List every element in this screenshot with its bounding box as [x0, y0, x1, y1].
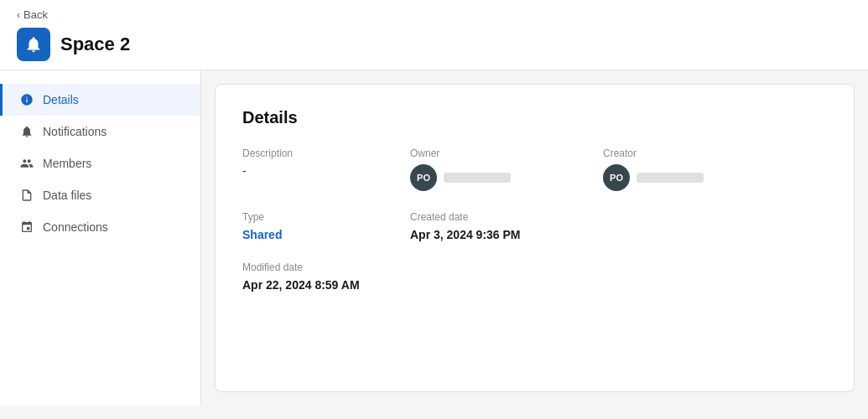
- type-value: Shared: [242, 228, 410, 241]
- top-bar: ‹ Back Space 2: [0, 0, 868, 70]
- sidebar: Details Notifications Members: [0, 70, 201, 406]
- description-label: Description: [242, 147, 410, 159]
- connections-icon: [19, 220, 34, 235]
- sidebar-label-data-files: Data files: [43, 189, 91, 202]
- sidebar-label-notifications: Notifications: [43, 125, 107, 138]
- back-chevron-icon: ‹: [17, 9, 20, 21]
- members-icon: [19, 156, 34, 171]
- creator-name-placeholder: [637, 173, 704, 183]
- owner-label: Owner: [410, 147, 603, 159]
- details-icon: [19, 92, 34, 107]
- content-area: Details Description - Owner PO Creator P…: [215, 84, 855, 392]
- modified-date-value: Apr 22, 2024 8:59 AM: [242, 278, 410, 292]
- space-title: Space 2: [60, 34, 130, 55]
- owner-row: PO: [410, 164, 603, 191]
- sidebar-label-members: Members: [43, 157, 91, 170]
- creator-row: PO: [603, 164, 796, 191]
- sidebar-item-data-files[interactable]: Data files: [0, 179, 200, 211]
- created-date-section: Created date Apr 3, 2024 9:36 PM: [410, 211, 603, 241]
- back-button[interactable]: ‹ Back: [17, 8, 851, 21]
- main-content: Details Notifications Members: [0, 70, 868, 406]
- space-header: Space 2: [17, 28, 851, 61]
- type-section: Type Shared: [242, 211, 410, 241]
- sidebar-item-notifications[interactable]: Notifications: [0, 116, 200, 147]
- owner-avatar: PO: [410, 164, 437, 191]
- description-value: -: [242, 164, 410, 178]
- details-grid: Description - Owner PO Creator PO: [242, 147, 827, 292]
- sidebar-label-connections: Connections: [43, 220, 108, 234]
- sidebar-item-details[interactable]: Details: [0, 84, 200, 116]
- description-section: Description -: [242, 147, 410, 191]
- creator-label: Creator: [603, 147, 796, 159]
- empty-cell: [603, 211, 796, 241]
- sidebar-item-members[interactable]: Members: [0, 147, 200, 179]
- created-date-value: Apr 3, 2024 9:36 PM: [410, 228, 603, 241]
- sidebar-item-connections[interactable]: Connections: [0, 211, 200, 243]
- sidebar-label-details: Details: [43, 93, 79, 106]
- back-label: Back: [23, 8, 48, 21]
- created-date-label: Created date: [410, 211, 603, 223]
- space-icon: [17, 28, 50, 61]
- owner-name-placeholder: [444, 173, 511, 183]
- owner-section: Owner PO: [410, 147, 603, 191]
- modified-date-section: Modified date Apr 22, 2024 8:59 AM: [242, 261, 410, 292]
- content-title: Details: [242, 108, 827, 127]
- data-files-icon: [19, 188, 34, 203]
- notifications-icon: [19, 124, 34, 139]
- modified-date-label: Modified date: [242, 261, 410, 273]
- type-label: Type: [242, 211, 410, 223]
- creator-section: Creator PO: [603, 147, 796, 191]
- creator-avatar: PO: [603, 164, 630, 191]
